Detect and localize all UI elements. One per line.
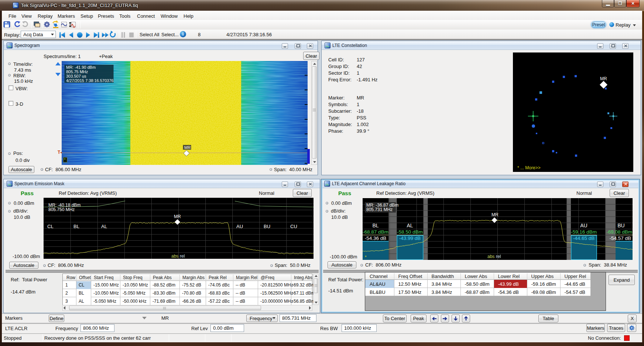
svg-text:BL: BL: [372, 223, 378, 228]
svg-text:CU: CU: [290, 224, 297, 229]
svg-text:*: *: [64, 158, 66, 162]
svg-text:* ... More>>: * ... More>>: [517, 165, 541, 170]
svg-text:AU: AU: [580, 223, 587, 228]
svg-text:805.750 MHz: 805.750 MHz: [48, 207, 75, 212]
svg-text:-59.16 dBm: -59.16 dBm: [571, 229, 597, 235]
svg-text:rel: rel: [180, 254, 185, 259]
svg-text:-58.50 dBm: -58.50 dBm: [397, 229, 423, 235]
svg-text:AU: AU: [236, 224, 243, 229]
svg-text:-54.57 dB: -54.57 dB: [609, 235, 631, 241]
svg-text:4/27/2015 7:38:16.570376: 4/27/2015 7:38:16.570376: [66, 78, 113, 83]
svg-text:-54.36 dB: -54.36 dB: [365, 235, 387, 241]
svg-text:-44.65 dB: -44.65 dB: [573, 235, 595, 241]
svg-text:-69.08 dBm: -69.08 dBm: [606, 229, 632, 235]
svg-text:rel: rel: [496, 254, 501, 259]
svg-text:AL: AL: [101, 224, 107, 229]
svg-text:MR: MR: [174, 214, 181, 219]
svg-text:BL: BL: [73, 224, 79, 229]
svg-text:-43.99 dB: -43.99 dB: [399, 235, 421, 241]
svg-text:MR: MR: [600, 76, 607, 81]
svg-text:AL: AL: [407, 223, 413, 228]
svg-text:CL: CL: [47, 224, 54, 229]
svg-text:BU: BU: [264, 224, 270, 229]
svg-text:303.507 us: 303.507 us: [66, 74, 86, 78]
svg-text:BU: BU: [617, 223, 624, 228]
svg-text:*: *: [365, 255, 367, 260]
svg-text:MR: -41.90 dBm: MR: -41.90 dBm: [66, 65, 96, 69]
svg-text:805.75 MHz: 805.75 MHz: [66, 69, 88, 74]
svg-text:-68.87 dBm: -68.87 dBm: [363, 229, 388, 235]
svg-text:805.731 MHz: 805.731 MHz: [366, 207, 393, 212]
svg-text:abs: abs: [171, 254, 178, 259]
svg-text:MR: MR: [491, 212, 499, 217]
svg-text:abs: abs: [487, 254, 494, 259]
svg-text:MR: MR: [184, 145, 191, 150]
